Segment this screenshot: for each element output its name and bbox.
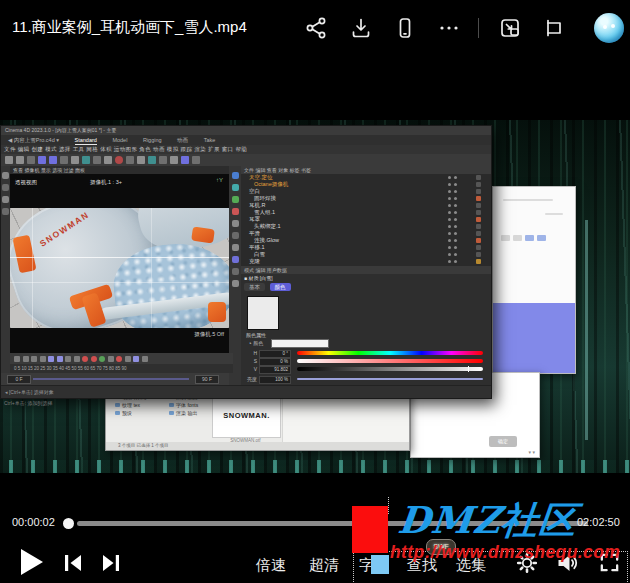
next-button[interactable] [99, 551, 123, 575]
timeline-ruler[interactable]: 0 5 10 15 20 25 30 35 40 45 50 55 60 65 … [10, 364, 233, 373]
mode-icon[interactable] [232, 184, 239, 191]
transport-icon[interactable] [74, 356, 80, 362]
brightness-slider[interactable] [297, 378, 483, 380]
tree-item[interactable]: 字体 fonts [168, 401, 218, 409]
object-manager-menubar[interactable]: 文件 编辑 查看 对象 标签 书签 [241, 166, 491, 174]
range-end-field[interactable]: 90 F [195, 375, 219, 384]
transport-icon[interactable] [31, 356, 37, 362]
fullscreen-icon[interactable] [598, 551, 621, 574]
range-start-field[interactable]: 0 F [7, 375, 31, 384]
layout-tab[interactable]: Standard [75, 137, 97, 145]
tool-icon[interactable] [2, 184, 9, 191]
tool-icon[interactable] [137, 156, 145, 164]
tab-color[interactable]: 颜色 [270, 283, 291, 291]
layout-tab[interactable]: Model [112, 137, 127, 143]
tiny-button[interactable] [525, 235, 534, 241]
sat-slider[interactable] [297, 359, 483, 363]
episodes-button[interactable]: 选集 [447, 556, 495, 575]
play-button[interactable] [17, 547, 45, 577]
tree-item[interactable]: 渲染 输出 [168, 409, 218, 417]
object-row[interactable]: 耳机.R [241, 202, 491, 209]
attribute-menubar[interactable]: 模式 编辑 用户数据 [241, 266, 491, 274]
mode-icon[interactable] [232, 208, 239, 215]
mode-icon[interactable] [232, 196, 239, 203]
object-row[interactable]: 空白 [241, 188, 491, 195]
search-button[interactable]: 查找 [398, 556, 446, 575]
tool-icon[interactable] [93, 156, 101, 164]
object-row[interactable]: 平移.1 [241, 244, 491, 251]
tool-icon[interactable] [71, 156, 79, 164]
tool-icon[interactable] [148, 156, 156, 164]
share-icon[interactable] [305, 16, 329, 40]
avatar[interactable] [594, 13, 624, 43]
tool-icon[interactable] [49, 156, 57, 164]
sat-value[interactable]: 0 % [259, 358, 291, 366]
layout-tab[interactable]: 动画 [177, 137, 188, 143]
seek-handle[interactable] [63, 518, 74, 529]
transport-icon[interactable] [125, 356, 131, 362]
speed-button[interactable]: 倍速 [247, 556, 295, 575]
transport-icon[interactable] [23, 356, 29, 362]
tool-icon[interactable] [82, 156, 90, 164]
volume-icon[interactable] [555, 551, 579, 575]
val-value[interactable]: 91.802 [259, 366, 291, 374]
layout-tab[interactable]: Rigging [143, 137, 162, 143]
tool-icon[interactable] [5, 156, 13, 164]
cast-icon[interactable] [542, 16, 566, 40]
quality-button[interactable]: 超清 [300, 556, 348, 575]
settings-gear-icon[interactable] [515, 551, 539, 575]
transport-icon[interactable] [108, 356, 114, 362]
object-row[interactable]: 圆环焊接 [241, 195, 491, 202]
transport-icon[interactable] [65, 356, 71, 362]
tool-icon[interactable] [60, 156, 68, 164]
previous-button[interactable] [61, 551, 85, 575]
transport-icon[interactable] [40, 356, 46, 362]
object-row[interactable]: 头戴绑定.1 [241, 223, 491, 230]
viewport-menubar[interactable]: 查看 摄像机 显示 选项 过滤 面板 [10, 166, 229, 174]
tree-item[interactable]: 纹理 tex [114, 401, 164, 409]
object-row[interactable]: 平滑 [241, 230, 491, 237]
range-track[interactable] [33, 378, 189, 380]
mode-icon[interactable] [232, 256, 239, 263]
mode-icon[interactable] [232, 268, 239, 275]
more-icon[interactable] [437, 16, 461, 40]
subtitle-button[interactable]: 字幕 [350, 556, 398, 575]
object-row[interactable]: 耳罩 [241, 216, 491, 223]
download-icon[interactable] [349, 16, 373, 40]
object-row[interactable]: 连接.Glow [241, 237, 491, 244]
tiny-button[interactable] [501, 235, 510, 241]
mini-window-icon[interactable] [498, 16, 522, 40]
tiny-button[interactable] [513, 235, 522, 241]
record-icon[interactable] [91, 356, 97, 362]
tool-icon[interactable] [115, 156, 123, 164]
transport-icon[interactable] [57, 356, 63, 362]
transport-icon[interactable] [14, 356, 20, 362]
mode-icon[interactable] [232, 172, 239, 179]
brightness-value[interactable]: 100 % [259, 376, 291, 384]
record-icon[interactable] [82, 356, 88, 362]
layout-tab[interactable]: Take [204, 137, 216, 143]
color-swatch[interactable] [247, 296, 279, 330]
render-view[interactable]: SNOWMAN [10, 208, 229, 328]
mode-icon[interactable] [232, 280, 239, 287]
tool-icon[interactable] [38, 156, 46, 164]
tool-icon[interactable] [159, 156, 167, 164]
transport-icon[interactable] [133, 356, 139, 362]
dialog-button[interactable]: 确定 [489, 436, 517, 447]
mode-icon[interactable] [232, 244, 239, 251]
phone-icon[interactable] [393, 16, 417, 40]
tool-icon[interactable] [192, 156, 200, 164]
tool-icon[interactable] [27, 156, 35, 164]
mode-icon[interactable] [232, 220, 239, 227]
tool-icon[interactable] [2, 172, 9, 179]
c4d-menubar[interactable]: 文件 编辑 创建 模式 选择 工具 网格 体积 运动图形 角色 动画 模拟 跟踪… [1, 145, 491, 154]
c4d-viewport[interactable]: 查看 摄像机 显示 选项 过滤 面板 透视视图 摄像机.1 : 3+ ↑Y SN… [10, 166, 229, 353]
key-icon[interactable] [99, 356, 105, 362]
object-row[interactable]: 天空.定位 [241, 174, 491, 181]
tool-icon[interactable] [181, 156, 189, 164]
hue-slider[interactable] [297, 351, 483, 355]
tool-icon[interactable] [170, 156, 178, 164]
tree-item[interactable]: 预设 [114, 409, 164, 417]
transport-icon[interactable] [142, 356, 148, 362]
transport-icon[interactable] [48, 356, 54, 362]
